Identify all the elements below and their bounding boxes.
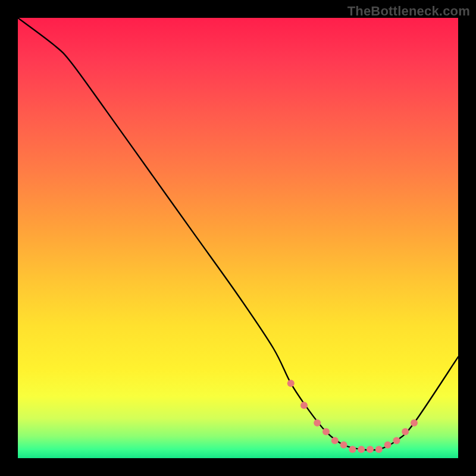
bottleneck-curve — [18, 18, 458, 450]
highlight-dot — [375, 446, 383, 453]
highlight-dot — [393, 437, 400, 444]
highlight-dot — [411, 419, 418, 427]
highlight-dot — [287, 380, 295, 387]
highlight-dot — [402, 428, 409, 436]
curve-layer — [18, 18, 458, 458]
highlight-dot — [349, 446, 356, 453]
highlight-dot — [322, 428, 330, 436]
highlight-dot — [300, 402, 308, 409]
highlight-dot — [367, 446, 374, 453]
highlight-dot — [331, 437, 339, 444]
highlight-dot — [384, 441, 392, 449]
chart-frame: TheBottleneck.com — [0, 0, 476, 476]
watermark-text: TheBottleneck.com — [347, 4, 470, 19]
plot-area — [18, 18, 458, 458]
highlight-dot — [314, 419, 321, 427]
highlight-dot — [358, 446, 365, 453]
highlight-dot — [340, 441, 347, 449]
highlight-dot-group — [287, 380, 418, 453]
